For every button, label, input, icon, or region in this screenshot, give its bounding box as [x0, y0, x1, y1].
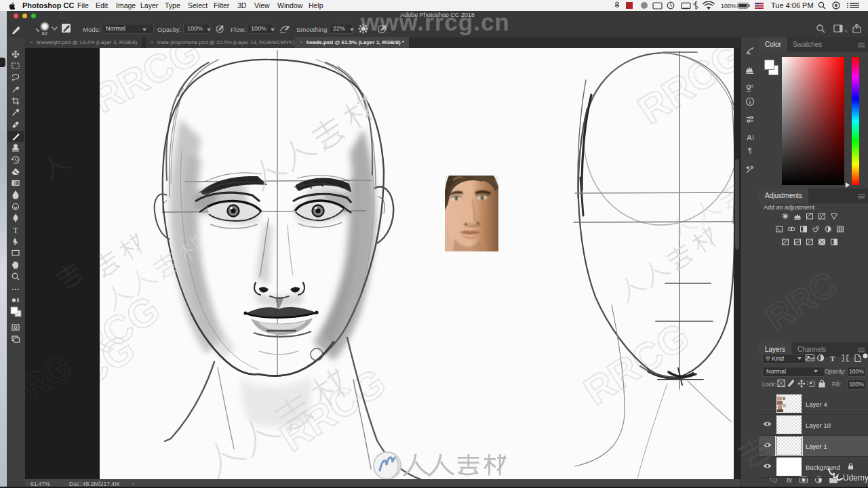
svg-text:T: T [13, 225, 18, 235]
svg-text:RRCG: RRCG [630, 48, 734, 132]
svg-text:A: A [747, 134, 752, 142]
svg-text:T: T [830, 354, 835, 363]
svg-text:¶: ¶ [748, 146, 752, 155]
svg-text:100%: 100% [721, 3, 736, 9]
svg-text:RRCG: RRCG [576, 314, 697, 414]
svg-text:RG: RG [25, 347, 79, 407]
svg-text:RRC: RRC [759, 264, 844, 338]
